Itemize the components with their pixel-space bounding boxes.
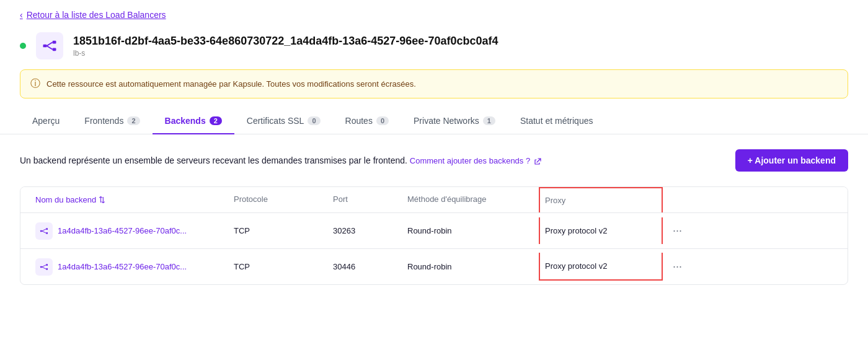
header-row: 1851b16f-d2bf-4aa5-be33-64e860730722_1a4… (0, 27, 868, 69)
tab-frontends[interactable]: Frontends 2 (72, 108, 152, 134)
add-backend-label: + Ajouter un backend (748, 155, 836, 165)
svg-rect-1 (53, 41, 56, 44)
th-methode: Méthode d'équilibrage (402, 187, 539, 212)
protocole-value-2: TCP (234, 262, 250, 271)
td-proxy-1: Proxy protocol v2 (539, 217, 663, 244)
methode-value-1: Round-robin (407, 226, 452, 235)
th-actions (663, 187, 694, 212)
backend-name-text-2[interactable]: 1a4da4fb-13a6-4527-96ee-70af0c... (58, 262, 187, 271)
svg-rect-12 (46, 268, 48, 270)
svg-line-13 (42, 264, 46, 266)
warning-text: Cette ressource est automatiquement mana… (46, 79, 416, 89)
help-link-label: Comment ajouter des backends ? (410, 156, 530, 165)
tab-private-networks[interactable]: Private Networks 1 (401, 108, 508, 134)
tab-certificats[interactable]: Certificats SSL 0 (234, 108, 333, 134)
svg-line-3 (46, 42, 52, 46)
back-link[interactable]: ‹ Retour à la liste des Load Balancers (0, 0, 868, 27)
page-title: 1851b16f-d2bf-4aa5-be33-64e860730722_1a4… (73, 34, 498, 48)
th-protocole-label: Protocole (234, 194, 268, 204)
th-proxy-label: Proxy (545, 196, 565, 205)
tab-private-networks-label: Private Networks (414, 116, 479, 126)
page: ‹ Retour à la liste des Load Balancers 1… (0, 0, 868, 345)
help-link[interactable]: Comment ajouter des backends ? (410, 156, 541, 165)
header-title-block: 1851b16f-d2bf-4aa5-be33-64e860730722_1a4… (73, 34, 498, 57)
tab-frontends-badge: 2 (127, 116, 140, 125)
tab-routes-badge: 0 (376, 116, 389, 125)
svg-rect-10 (40, 266, 42, 268)
td-methode-2: Round-robin (402, 253, 539, 280)
svg-rect-5 (40, 230, 42, 232)
tab-routes-label: Routes (345, 116, 373, 126)
back-link-label: Retour à la liste des Load Balancers (27, 10, 166, 20)
svg-rect-6 (46, 228, 48, 230)
td-actions-2[interactable]: ··· (663, 249, 694, 284)
external-link-icon (534, 158, 541, 165)
add-backend-button[interactable]: + Ajouter un backend (735, 149, 848, 172)
description-main: Un backend représente un ensemble de ser… (20, 155, 407, 165)
td-protocole-2: TCP (229, 253, 328, 280)
td-methode-1: Round-robin (402, 217, 539, 244)
backend-lb-icon-1 (39, 226, 49, 236)
table-row: 1a4da4fb-13a6-4527-96ee-70af0c... TCP 30… (20, 249, 848, 284)
lb-icon (36, 32, 63, 59)
table-header: Nom du backend ⇅ Protocole Port Méthode … (20, 187, 848, 213)
table-row: 1a4da4fb-13a6-4527-96ee-70af0c... TCP 30… (20, 213, 848, 249)
td-name-1: 1a4da4fb-13a6-4527-96ee-70af0c... (30, 214, 229, 248)
back-arrow-icon: ‹ (20, 10, 23, 20)
backend-name-cell-1: 1a4da4fb-13a6-4527-96ee-70af0c... (35, 222, 224, 240)
tab-backends[interactable]: Backends 2 (153, 108, 234, 134)
tab-routes[interactable]: Routes 0 (333, 108, 401, 134)
warning-banner: ⓘ Cette ressource est automatiquement ma… (20, 69, 848, 98)
svg-line-4 (46, 46, 52, 50)
port-value-1: 30263 (333, 226, 355, 235)
svg-rect-7 (46, 232, 48, 234)
backends-table: Nom du backend ⇅ Protocole Port Méthode … (20, 186, 848, 285)
backend-icon-2 (35, 258, 53, 276)
backend-lb-icon-2 (39, 262, 49, 272)
tab-backends-label: Backends (165, 116, 206, 126)
header-subtitle: lb-s (73, 49, 498, 58)
status-dot (20, 43, 26, 49)
th-nom-label: Nom du backend (35, 195, 96, 204)
th-protocole: Protocole (229, 187, 328, 212)
th-methode-label: Méthode d'équilibrage (407, 194, 487, 204)
td-actions-1[interactable]: ··· (663, 213, 694, 248)
td-proxy-2: Proxy protocol v2 (539, 253, 663, 281)
tab-certificats-badge: 0 (308, 116, 320, 125)
tab-certificats-label: Certificats SSL (247, 116, 304, 126)
svg-rect-11 (46, 264, 48, 266)
row-menu-button-2[interactable]: ··· (668, 258, 687, 276)
tab-private-networks-badge: 1 (483, 116, 495, 125)
td-port-1: 30263 (328, 217, 402, 244)
th-proxy: Proxy (539, 187, 663, 212)
tab-statut[interactable]: Statut et métriques (508, 108, 606, 134)
content-area: Un backend représente un ensemble de ser… (0, 134, 868, 300)
backend-name-cell-2: 1a4da4fb-13a6-4527-96ee-70af0c... (35, 258, 224, 276)
th-port: Port (328, 187, 402, 212)
row-menu-button-1[interactable]: ··· (668, 222, 687, 240)
backend-icon-1 (35, 222, 53, 240)
td-protocole-1: TCP (229, 217, 328, 244)
proxy-value-1: Proxy protocol v2 (545, 226, 607, 235)
tab-backends-badge: 2 (210, 116, 222, 125)
port-value-2: 30446 (333, 262, 355, 271)
load-balancer-icon (41, 37, 58, 55)
warning-icon: ⓘ (30, 77, 40, 90)
tab-frontends-label: Frontends (84, 116, 123, 126)
td-name-2: 1a4da4fb-13a6-4527-96ee-70af0c... (30, 250, 229, 284)
sort-icon: ⇅ (99, 195, 105, 204)
tab-apercu[interactable]: Aperçu (20, 108, 72, 134)
proxy-value-2: Proxy protocol v2 (545, 261, 607, 271)
description-row: Un backend représente un ensemble de ser… (20, 149, 848, 172)
tab-apercu-label: Aperçu (32, 116, 60, 126)
th-nom[interactable]: Nom du backend ⇅ (30, 187, 229, 212)
svg-line-14 (42, 267, 46, 269)
methode-value-2: Round-robin (407, 262, 452, 271)
svg-rect-0 (43, 45, 47, 48)
svg-line-9 (42, 231, 46, 233)
th-port-label: Port (333, 194, 348, 204)
protocole-value-1: TCP (234, 226, 250, 235)
td-port-2: 30446 (328, 253, 402, 280)
backend-name-text-1[interactable]: 1a4da4fb-13a6-4527-96ee-70af0c... (58, 226, 187, 235)
svg-rect-2 (53, 48, 56, 51)
